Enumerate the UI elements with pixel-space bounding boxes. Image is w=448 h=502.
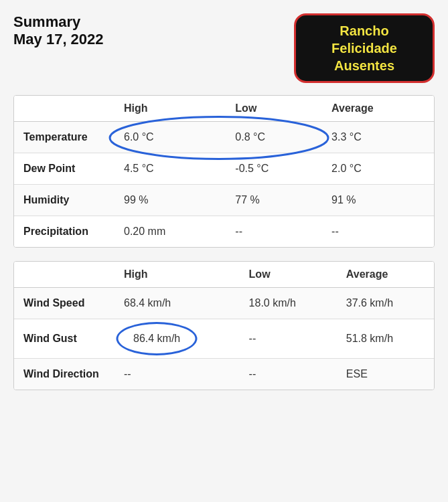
table-row: Dew Point 4.5 °C -0.5 °C 2.0 °C: [14, 153, 434, 185]
col2-header-high: High: [115, 262, 240, 288]
wind-speed-average: 37.6 km/h: [337, 288, 434, 319]
table2-header-row: High Low Average: [14, 262, 434, 288]
header: Summary May 17, 2022 Rancho Felicidade A…: [13, 13, 435, 83]
dew-high: 4.5 °C: [115, 153, 226, 185]
weather-table-2-content: High Low Average Wind Speed 68.4 km/h 18…: [14, 262, 434, 390]
wind-speed-high: 68.4 km/h: [115, 288, 240, 319]
col-header-empty: [14, 96, 115, 122]
weather-table-1-content: High Low Average Temperature 6.0 °C 0.8 …: [14, 96, 434, 247]
col-header-average-1: Average: [322, 96, 434, 122]
wind-gust-average: 51.8 km/h: [337, 319, 434, 359]
row-label: Wind Gust: [14, 319, 115, 359]
row-label: Wind Direction: [14, 359, 115, 390]
temp-low-cell: 0.8 °C: [226, 122, 322, 153]
table-row: Temperature 6.0 °C 0.8 °C 3.3 °C: [14, 122, 434, 153]
col2-header-average: Average: [337, 262, 434, 288]
dew-average: 2.0 °C: [322, 153, 434, 185]
location-badge: Rancho Felicidade Ausentes: [294, 13, 435, 83]
precip-low: --: [226, 216, 322, 248]
humidity-average: 91 %: [322, 185, 434, 216]
table-row: Humidity 99 % 77 % 91 %: [14, 185, 434, 216]
wind-dir-average: ESE: [337, 359, 434, 390]
precip-high: 0.20 mm: [115, 216, 226, 248]
table1-header-row: High Low Average: [14, 96, 434, 122]
wind-speed-low: 18.0 km/h: [240, 288, 337, 319]
precip-average: --: [322, 216, 434, 248]
wind-gust-oval: 86.4 km/h: [124, 329, 190, 349]
dew-low: -0.5 °C: [226, 153, 322, 185]
table-row: Wind Speed 68.4 km/h 18.0 km/h 37.6 km/h: [14, 288, 434, 319]
wind-dir-low: --: [240, 359, 337, 390]
wind-gust-high: 86.4 km/h: [115, 319, 240, 359]
temp-average-cell: 3.3 °C: [322, 122, 434, 153]
humidity-high: 99 %: [115, 185, 226, 216]
table-row: Precipitation 0.20 mm -- --: [14, 216, 434, 248]
row-label: Dew Point: [14, 153, 115, 185]
weather-table-2: High Low Average Wind Speed 68.4 km/h 18…: [13, 261, 435, 390]
row-label: Temperature: [14, 122, 115, 153]
summary-label: Summary: [13, 13, 104, 31]
summary-date: May 17, 2022: [13, 31, 104, 48]
wind-gust-low: --: [240, 319, 337, 359]
page-container: Summary May 17, 2022 Rancho Felicidade A…: [13, 13, 435, 390]
row-label: Humidity: [14, 185, 115, 216]
table-row: Wind Direction -- -- ESE: [14, 359, 434, 390]
humidity-low: 77 %: [226, 185, 322, 216]
row-label: Precipitation: [14, 216, 115, 248]
col2-header-empty: [14, 262, 115, 288]
wind-dir-high: --: [115, 359, 240, 390]
col-header-low-1: Low: [226, 96, 322, 122]
temp-high-cell: 6.0 °C: [115, 122, 226, 153]
title-block: Summary May 17, 2022: [13, 13, 104, 48]
table-row: Wind Gust 86.4 km/h -- 51.8 km/h: [14, 319, 434, 359]
weather-table-1: High Low Average Temperature 6.0 °C 0.8 …: [13, 95, 435, 248]
row-label: Wind Speed: [14, 288, 115, 319]
col-header-high-1: High: [115, 96, 226, 122]
badge-line2: Ausentes: [334, 58, 394, 73]
badge-line1: Rancho Felicidade: [331, 23, 397, 56]
col2-header-low: Low: [240, 262, 337, 288]
